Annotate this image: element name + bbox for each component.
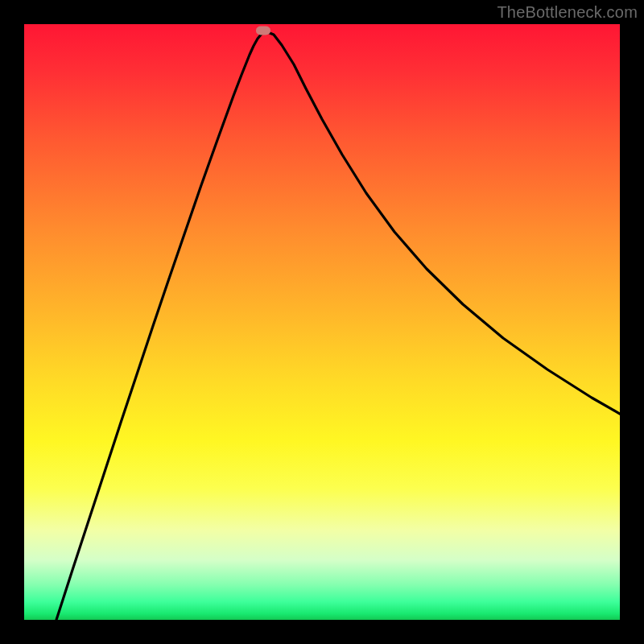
chart-frame: TheBottleneck.com [0, 0, 644, 644]
plot-area [24, 24, 620, 620]
watermark-text: TheBottleneck.com [497, 3, 638, 22]
curve-svg [24, 24, 620, 620]
optimum-marker [256, 27, 270, 35]
bottleneck-curve [56, 31, 620, 620]
